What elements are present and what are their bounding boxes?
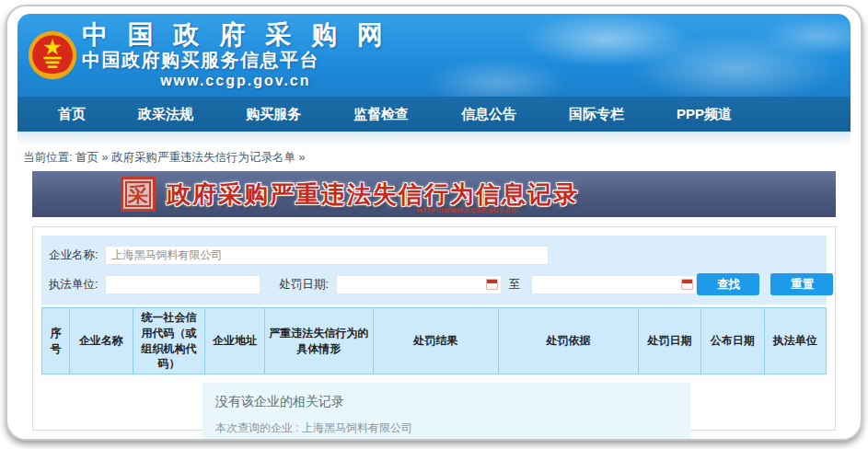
main-nav: 首页 政采法规 购买服务 监督检查 信息公告 国际专栏 PPP频道: [17, 97, 851, 132]
date-range-separator: 至: [509, 277, 521, 293]
banner-title: 政府采购严重违法失信行为信息记录: [167, 178, 579, 211]
seal-icon: 采: [121, 177, 156, 212]
banner-url-text: HTTP://WWW.CCGP.GOV.CN/: [417, 207, 518, 213]
breadcrumb: 当前位置: 首页 » 政府采购严重违法失信行为记录名单 »: [17, 146, 851, 171]
button-group: 查找 重置: [697, 273, 833, 295]
query-company-text: 本次查询的企业 : 上海黑马饲料有限公司: [215, 419, 681, 438]
company-name-row: 企业名称:: [49, 244, 819, 266]
penalty-date-from-wrap: [329, 275, 502, 294]
penalty-date-label: 处罚日期:: [279, 277, 328, 293]
company-name-input[interactable]: [105, 246, 549, 265]
result-message-panel: 没有该企业的相关记录 本次查询的企业 : 上海黑马饲料有限公司 本次查询的时间 …: [203, 383, 690, 441]
filters-row: 执法单位: 处罚日期: 至 查找 重置: [49, 273, 819, 295]
penalty-date-from-input[interactable]: [336, 275, 502, 294]
national-emblem-logo: [27, 29, 78, 81]
col-company-address: 企业地址: [205, 308, 265, 374]
nav-item-international-column[interactable]: 国际专栏: [569, 106, 624, 123]
col-violation-details: 严重违法失信行为的具体情形: [264, 308, 373, 374]
col-index: 序号: [42, 308, 70, 374]
col-company-name: 企业名称: [69, 308, 133, 374]
col-penalty-result: 处罚结果: [373, 308, 498, 374]
nav-item-supervision-inspection[interactable]: 监督检查: [353, 106, 409, 123]
browser-page-frame: 中 国 政 府 采 购 网 中国政府购买服务信息平台 www.ccgp.gov.…: [6, 5, 862, 441]
nav-item-policy-regulations[interactable]: 政采法规: [138, 106, 193, 123]
nav-item-home[interactable]: 首页: [58, 106, 86, 123]
seal-glyph: 采: [128, 184, 148, 204]
site-url: www.ccgp.gov.cn: [82, 73, 389, 89]
nav-fade-strip: [17, 132, 851, 146]
table-header-row: 序号 企业名称 统一社会信用代码（或组织机构代码） 企业地址 严重违法失信行为的…: [42, 308, 827, 374]
results-table: 序号 企业名称 统一社会信用代码（或组织机构代码） 企业地址 严重违法失信行为的…: [41, 307, 827, 374]
search-button[interactable]: 查找: [697, 273, 759, 295]
company-name-label: 企业名称:: [49, 248, 98, 263]
calendar-icon[interactable]: [486, 279, 498, 290]
nav-item-purchase-services[interactable]: 购买服务: [246, 106, 301, 123]
col-publish-date: 公布日期: [700, 308, 764, 374]
col-enforcement-agency: 执法单位: [764, 308, 826, 374]
breadcrumb-separator-2: »: [298, 151, 305, 164]
nav-item-information-announcements[interactable]: 信息公告: [461, 106, 516, 123]
col-penalty-basis: 处罚依据: [498, 308, 639, 374]
breadcrumb-prefix: 当前位置:: [23, 151, 72, 164]
content-box: 企业名称: 执法单位: 处罚日期: 至 查找 重置: [32, 226, 836, 431]
reset-button[interactable]: 重置: [770, 273, 833, 295]
col-credit-code: 统一社会信用代码（或组织机构代码）: [133, 308, 204, 374]
enforcement-agency-label: 执法单位:: [49, 277, 98, 293]
search-panel: 企业名称: 执法单位: 处罚日期: 至 查找 重置: [41, 236, 827, 305]
nav-item-ppp-channel[interactable]: PPP频道: [677, 106, 732, 123]
query-time-text: 本次查询的时间 : 2022年08月18日 15时12分: [215, 438, 681, 441]
breadcrumb-separator: »: [101, 151, 108, 164]
calendar-icon[interactable]: [681, 279, 693, 290]
site-titles: 中 国 政 府 采 购 网 中国政府购买服务信息平台 www.ccgp.gov.…: [82, 21, 389, 89]
site-header: 中 国 政 府 采 购 网 中国政府购买服务信息平台 www.ccgp.gov.…: [17, 14, 851, 97]
site-subtitle: 中国政府购买服务信息平台: [82, 48, 389, 73]
penalty-date-to-wrap: [524, 275, 697, 294]
breadcrumb-current-link[interactable]: 政府采购严重违法失信行为记录名单: [111, 151, 295, 164]
col-penalty-date: 处罚日期: [639, 308, 700, 374]
enforcement-agency-input[interactable]: [105, 275, 260, 294]
page-banner: 采 政府采购严重违法失信行为信息记录 HTTP://WWW.CCGP.GOV.C…: [32, 171, 836, 217]
breadcrumb-home-link[interactable]: 首页: [75, 151, 98, 164]
penalty-date-to-input[interactable]: [531, 275, 697, 294]
site-name: 中 国 政 府 采 购 网: [82, 21, 389, 48]
no-record-text: 没有该企业的相关记录: [215, 394, 681, 410]
